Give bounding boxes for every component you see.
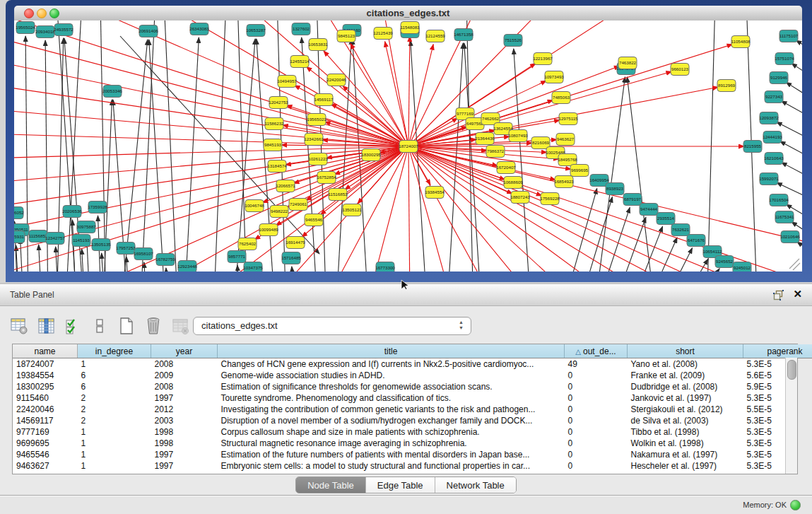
graph-node[interactable]: 7249061 <box>289 199 307 211</box>
table-cell[interactable]: 5.3E-5 <box>743 438 812 449</box>
column-header-pagerank[interactable]: pagerank <box>743 344 812 358</box>
table-cell[interactable]: 5.3E-5 <box>743 392 812 404</box>
table-cell[interactable]: 2008 <box>151 358 218 370</box>
table-row[interactable]: 946362711997Embryonic stem cells: a mode… <box>13 460 812 472</box>
graph-node[interactable]: 19565024 <box>16 22 35 34</box>
graph-node[interactable]: 16720407 <box>496 162 516 174</box>
table-cell[interactable]: 1997 <box>151 449 218 460</box>
graph-node[interactable]: 6471676 <box>687 235 705 247</box>
graph-node[interactable]: 7632621 <box>671 224 690 236</box>
graph-node[interactable]: 18300295 <box>361 149 381 161</box>
graph-node[interactable]: 16914479 <box>286 237 305 249</box>
table-cell[interactable]: Investigating the contribution of common… <box>218 404 565 415</box>
table-cell[interactable]: 0 <box>565 370 628 381</box>
new-table-icon[interactable] <box>117 317 136 335</box>
graph-node[interactable]: 14569117 <box>314 94 334 106</box>
table-row[interactable]: 1938455462009Genome-wide association stu… <box>13 370 812 381</box>
graph-node[interactable]: 9245652 <box>715 256 734 268</box>
graph-node[interactable]: 2935514 <box>657 213 675 225</box>
graph-node[interactable]: 18807243 <box>510 192 530 204</box>
graph-node[interactable]: 16210643 <box>764 153 784 165</box>
graph-node[interactable]: 18495768 <box>558 154 577 166</box>
graph-node[interactable]: 9463627 <box>556 134 575 146</box>
table-cell[interactable]: Genome-wide association studies in ADHD. <box>218 370 565 381</box>
graph-node[interactable]: 26343083 <box>189 23 209 35</box>
graph-node[interactable]: 14671358 <box>454 29 473 41</box>
graph-node[interactable]: 7625402 <box>238 238 257 250</box>
select-columns-icon[interactable] <box>64 317 82 335</box>
graph-node[interactable]: 12342661 <box>304 134 324 146</box>
table-cell[interactable]: 0 <box>565 381 628 392</box>
table-cell[interactable]: 2009 <box>151 370 218 381</box>
graph-node[interactable]: 13505121 <box>342 204 362 216</box>
graph-node[interactable]: 17957253 <box>116 243 136 255</box>
graph-node[interactable]: 11675341 <box>775 211 794 223</box>
table-cell[interactable]: 2003 <box>151 415 218 426</box>
graph-node[interactable]: 11175107 <box>779 30 799 42</box>
table-cell[interactable]: 5.3E-5 <box>743 426 812 438</box>
graph-node[interactable]: 7463822 <box>618 57 637 69</box>
graph-node[interactable]: 17359928 <box>88 201 107 214</box>
table-cell[interactable]: Hescheler et al. (1997) <box>628 460 743 472</box>
table-cell[interactable]: 5.3E-5 <box>743 460 812 472</box>
graph-node[interactable]: 20934018 <box>35 26 55 38</box>
graph-node[interactable]: 3915931 <box>14 231 25 243</box>
graph-node[interactable]: 8216069 <box>531 137 550 149</box>
network-canvas[interactable]: 1956502420934018249355722069140626343083… <box>14 21 802 271</box>
table-cell[interactable]: 0 <box>565 438 628 449</box>
table-cell[interactable]: 0 <box>565 392 628 404</box>
graph-node[interactable]: 20206536 <box>62 206 82 218</box>
graph-node[interactable]: 16854923 <box>554 176 574 188</box>
graph-node[interactable]: 8912969 <box>717 80 736 92</box>
column-header-title[interactable]: title <box>218 344 565 358</box>
table-cell[interactable]: Nakamura et al. (1997) <box>628 449 743 460</box>
row-height-icon[interactable] <box>90 317 109 335</box>
graph-node[interactable]: 13505135 <box>91 239 111 251</box>
graph-node[interactable]: 20691406 <box>139 25 158 37</box>
tab-node-table[interactable]: Node Table <box>296 477 366 493</box>
graph-node[interactable]: 19384554 <box>425 187 445 199</box>
table-cell[interactable]: 5.3E-5 <box>743 358 812 370</box>
graph-node[interactable]: 12125439 <box>373 28 393 40</box>
graph-node[interactable]: 21364436 <box>475 133 495 145</box>
graph-node[interactable]: 10347375 <box>243 262 263 272</box>
graph-node[interactable]: 22420046 <box>326 74 346 86</box>
table-row[interactable]: 911546021997Tourette syndrome. Phenomeno… <box>13 392 812 404</box>
table-row[interactable]: 1456911722003Disruption of a novel membe… <box>13 415 812 426</box>
graph-node[interactable]: 12455214 <box>290 56 310 68</box>
table-row[interactable]: 946554611997Estimation of the future num… <box>13 449 812 460</box>
graph-node[interactable]: 25266052 <box>14 207 24 219</box>
graph-node[interactable]: 12066571 <box>276 180 295 192</box>
graph-node[interactable]: 16782759 <box>155 254 175 266</box>
graph-node[interactable]: 15992071 <box>759 173 779 185</box>
citation-network-graph[interactable]: 1956502420934018249355722069140626343083… <box>14 21 802 271</box>
graph-node[interactable]: 9845193 <box>264 139 282 151</box>
graph-node[interactable]: 30975887 <box>76 221 96 233</box>
graph-node[interactable]: 7986372 <box>486 146 505 158</box>
table-cell[interactable]: 1997 <box>151 392 218 404</box>
graph-node[interactable]: 20053346 <box>102 86 122 98</box>
table-cell[interactable]: 1998 <box>151 426 218 438</box>
graph-node[interactable]: 10494957 <box>277 76 297 88</box>
table-row[interactable]: 1872400712008Changes of HCN gene express… <box>13 358 812 370</box>
tab-network-table[interactable]: Network Table <box>435 477 516 493</box>
graph-node[interactable]: 9845123 <box>337 30 355 42</box>
table-cell[interactable]: 2012 <box>151 404 218 415</box>
graph-node[interactable]: 24935572 <box>54 24 73 36</box>
table-cell[interactable]: 5.3E-5 <box>743 415 812 426</box>
table-body[interactable]: 1872400712008Changes of HCN gene express… <box>13 358 812 472</box>
table-cell[interactable]: Embryonic stem cells: a model to study s… <box>218 460 565 472</box>
column-header-short[interactable]: short <box>628 344 743 358</box>
graph-node[interactable]: 17569228 <box>540 193 560 205</box>
graph-node[interactable]: 9245012 <box>733 262 751 272</box>
graph-node[interactable]: 6879197 <box>623 194 642 206</box>
table-cell[interactable]: 1 <box>78 449 151 460</box>
table-cell[interactable]: Disruption of a novel member of a sodium… <box>218 415 565 426</box>
table-cell[interactable]: 18724007 <box>13 358 78 370</box>
table-cell[interactable]: 5.3E-5 <box>743 449 812 460</box>
table-cell[interactable]: Dudbridge et al. (2008) <box>628 381 743 392</box>
table-cell[interactable]: 0 <box>565 415 628 426</box>
table-cell[interactable]: Estimation of significance thresholds fo… <box>218 381 565 392</box>
table-cell[interactable]: 49 <box>565 358 628 370</box>
table-cell[interactable]: 5.9E-5 <box>743 381 812 392</box>
